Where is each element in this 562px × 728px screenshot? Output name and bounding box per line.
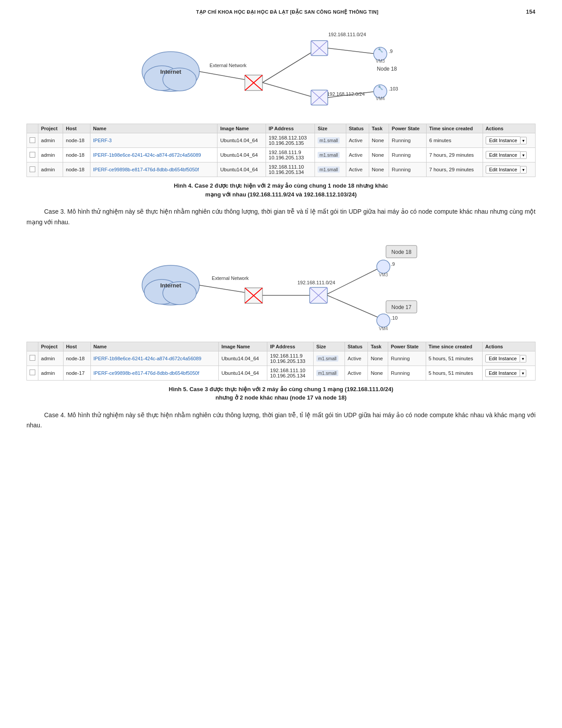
page-number: 154	[526, 9, 536, 15]
row-size: m1.small	[315, 133, 346, 148]
row-time: 7 hours, 29 minutes	[427, 162, 483, 177]
svg-text:🔧: 🔧	[378, 85, 383, 91]
table4: Project Host Name Image Name IP Address …	[26, 124, 536, 177]
figure4-svg: Internet External Network 192.168.111.0/…	[127, 23, 435, 120]
col-name-t5: Name	[90, 342, 218, 351]
row-size: m1.small	[315, 148, 346, 162]
row-task: None	[368, 366, 388, 380]
row-checkbox[interactable]	[27, 133, 38, 148]
svg-text:VM4: VM4	[379, 326, 388, 331]
row-ip: 192.168.111.910.196.205.133	[266, 148, 315, 162]
svg-text:External Network: External Network	[212, 275, 249, 281]
svg-line-14	[262, 83, 316, 98]
svg-text:VM3: VM3	[376, 59, 385, 64]
action-dropdown[interactable]: ▾	[521, 151, 527, 159]
row-host: node-18	[63, 148, 90, 162]
svg-line-5	[199, 72, 249, 80]
row-name: IPERF-1b98e6ce-6241-424c-a874-d672c4a560…	[90, 148, 217, 162]
row-actions: Edit Instance▾	[483, 133, 535, 148]
row-image: Ubuntu14.04_64	[217, 133, 266, 148]
row-host: node-18	[63, 351, 90, 366]
col-actions: Actions	[483, 124, 535, 133]
case3-paragraph: Case 3. Mô hình thử nghiệm này sẽ thực h…	[26, 207, 536, 228]
action-dropdown[interactable]: ▾	[520, 370, 526, 377]
edit-instance-button[interactable]: Edit Instance	[486, 166, 521, 174]
row-name: IPERF-ce99898b-e817-476d-8dbb-db654bf505…	[90, 366, 218, 380]
row-size: m1.small	[313, 366, 345, 380]
row-image: Ubuntu14.04_64	[217, 162, 266, 177]
svg-text:VM4: VM4	[376, 96, 385, 101]
row-ip: 192.168.111.910.196.205.133	[267, 351, 314, 366]
row-status: Active	[346, 148, 369, 162]
svg-point-53	[377, 314, 390, 327]
col-size-t5: Size	[313, 342, 345, 351]
row-checkbox[interactable]	[27, 351, 38, 366]
figure5-svg: Internet External Network 192.168.111.0/…	[127, 232, 435, 338]
svg-text:VM3: VM3	[379, 272, 388, 277]
col-status: Status	[346, 124, 369, 133]
action-dropdown[interactable]: ▾	[520, 355, 526, 362]
figure4-caption: Hình 4. Case 2 được thực hiện với 2 máy …	[26, 181, 536, 199]
row-time: 5 hours, 51 minutes	[426, 351, 482, 366]
col-actions-t5: Actions	[482, 342, 535, 351]
row-power: Running	[388, 366, 426, 380]
edit-instance-button[interactable]: Edit Instance	[485, 369, 521, 377]
col-time-t5: Time since created	[426, 342, 482, 351]
edit-instance-button[interactable]: Edit Instance	[486, 151, 521, 159]
row-ip: 192.168.111.1010.196.205.134	[266, 162, 315, 177]
row-project: admin	[38, 133, 63, 148]
row-project: admin	[38, 162, 63, 177]
row-name: IPERF-ce99898b-e817-476d-8dbb-db654bf505…	[90, 162, 217, 177]
svg-line-20	[328, 48, 376, 54]
row-status: Active	[346, 162, 369, 177]
svg-line-9	[262, 49, 316, 83]
case4-paragraph: Case 4. Mô hình thử nghiệm này sẽ thực h…	[26, 410, 536, 431]
row-power: Running	[389, 133, 427, 148]
figure5-diagram: Internet External Network 192.168.111.0/…	[26, 232, 536, 338]
col-checkbox	[27, 124, 38, 133]
row-checkbox[interactable]	[27, 148, 38, 162]
row-checkbox[interactable]	[27, 162, 38, 177]
row-project: admin	[38, 351, 64, 366]
svg-line-46	[327, 268, 380, 294]
row-task: None	[368, 351, 388, 366]
row-name: IPERF-3	[90, 133, 217, 148]
row-time: 7 hours, 29 minutes	[427, 148, 483, 162]
svg-text:Node 18: Node 18	[377, 66, 397, 72]
row-ip: 192.168.112.10310.196.205.135	[266, 133, 315, 148]
row-task: None	[369, 148, 389, 162]
row-power: Running	[389, 148, 427, 162]
row-actions: Edit Instance▾	[483, 148, 535, 162]
row-host: node-18	[63, 133, 90, 148]
row-power: Running	[388, 351, 426, 366]
col-host: Host	[63, 124, 90, 133]
col-ip: IP Address	[266, 124, 315, 133]
row-checkbox[interactable]	[27, 366, 38, 380]
svg-text:Node 17: Node 17	[391, 304, 412, 310]
row-project: admin	[38, 148, 63, 162]
edit-instance-button[interactable]: Edit Instance	[486, 136, 521, 144]
row-project: admin	[38, 366, 64, 380]
svg-text:Internet: Internet	[160, 68, 181, 75]
col-checkbox-t5	[27, 342, 38, 351]
table-row: admin node-18 IPERF-3 Ubuntu14.04_64 192…	[27, 133, 536, 148]
col-host-t5: Host	[63, 342, 90, 351]
svg-text:Internet: Internet	[160, 282, 181, 289]
row-actions: Edit Instance▾	[482, 366, 535, 380]
row-status: Active	[345, 351, 368, 366]
col-image: Image Name	[217, 124, 266, 133]
action-dropdown[interactable]: ▾	[521, 137, 527, 144]
edit-instance-button[interactable]: Edit Instance	[485, 355, 521, 362]
figure5-caption: Hình 5. Case 3 được thực hiện với 2 máy …	[26, 385, 536, 402]
table-row: admin node-18 IPERF-1b98e6ce-6241-424c-a…	[27, 351, 536, 366]
svg-text:🔧: 🔧	[378, 47, 383, 53]
action-dropdown[interactable]: ▾	[521, 166, 527, 174]
row-task: None	[369, 162, 389, 177]
table-row: admin node-17 IPERF-ce99898b-e817-476d-8…	[27, 366, 536, 380]
row-size: m1.small	[313, 351, 345, 366]
col-image-t5: Image Name	[218, 342, 267, 351]
row-status: Active	[345, 366, 368, 380]
row-actions: Edit Instance▾	[483, 162, 535, 177]
row-actions: Edit Instance▾	[482, 351, 535, 366]
col-task-t5: Task	[368, 342, 388, 351]
